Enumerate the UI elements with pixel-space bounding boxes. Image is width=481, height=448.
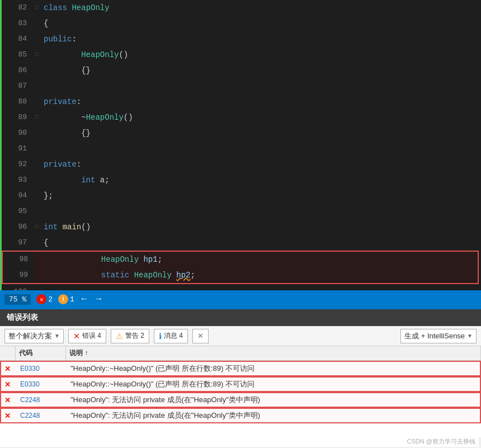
error-filter-button[interactable]: ✕ 错误 4: [68, 329, 106, 343]
error-filter-icon: ✕: [73, 332, 80, 341]
error-row-2[interactable]: ✕C2248"HeapOnly": 无法访问 private 成员(在"Heap…: [0, 392, 481, 408]
line-content-90: {}: [41, 125, 481, 141]
error-row-icon-1: ✕: [1, 378, 17, 391]
line-content-98: HeapOnly hp1;: [43, 252, 478, 267]
line-collapse-91: [32, 141, 41, 157]
line-content-83: {: [41, 16, 481, 31]
error-row-icon-3: ✕: [1, 409, 17, 422]
line-collapse-95: [32, 204, 41, 219]
line-number-89: 89: [2, 110, 32, 125]
line-collapse-99: [34, 267, 43, 283]
line-collapse-96[interactable]: □: [32, 219, 41, 235]
line-content-93: int a;: [41, 172, 481, 188]
line-number-87: 87: [2, 78, 32, 94]
nav-forward-button[interactable]: →: [94, 294, 103, 304]
error-panel: 错误列表 整个解决方案 ▼ ✕ 错误 4 ⚠ 警告 2 ℹ 消息 4 ✕ 生成 …: [0, 308, 481, 448]
error-row-code-2: C2248: [17, 393, 67, 407]
line-collapse-89[interactable]: □: [32, 110, 41, 125]
code-line-98: 98 HeapOnly hp1;: [3, 252, 478, 267]
warning-count-badge: ! 1: [58, 294, 74, 304]
build-dropdown-chevron: ▼: [467, 333, 473, 339]
error-icon: ✕: [36, 294, 46, 304]
line-collapse-98: [34, 252, 43, 267]
code-line-84: 84public:: [2, 31, 481, 47]
error-table: 代码 说明 ↑ ✕E0330"HeapOnly::~HeapOnly()" (已…: [0, 346, 481, 437]
line-number-90: 90: [2, 125, 32, 141]
line-content-85: HeapOnly(): [41, 47, 481, 63]
line-content-89: ~HeapOnly(): [41, 110, 481, 125]
code-editor: 82□class HeapOnly83{84public:85□ HeapOnl…: [0, 0, 481, 290]
line-content-97: {: [41, 235, 481, 251]
line-collapse-84: [32, 31, 41, 47]
code-line-88: 88private:: [2, 94, 481, 110]
line-content-99: static HeapOnly hp2;: [43, 267, 478, 283]
code-line-94: 94};: [2, 188, 481, 204]
error-row-code-0: E0330: [17, 362, 67, 375]
line-content-92: private:: [41, 157, 481, 172]
error-count-badge: ✕ 2: [36, 294, 53, 304]
line-collapse-82[interactable]: □: [32, 0, 41, 16]
warning-filter-button[interactable]: ⚠ 警告 2: [111, 329, 149, 343]
line-number-94: 94: [2, 188, 32, 204]
error-row-1[interactable]: ✕E0330"HeapOnly::~HeapOnly()" (已声明 所在行数:…: [0, 376, 481, 392]
line-content-88: private:: [41, 94, 481, 110]
col-code-header: 代码: [16, 346, 66, 360]
line-content-84: public:: [41, 31, 481, 47]
code-line-83: 83{: [2, 16, 481, 31]
error-row-icon-0: ✕: [1, 362, 17, 375]
code-line-96: 96□int main(): [2, 219, 481, 235]
line-number-100: 100: [2, 284, 32, 290]
line-number-88: 88: [2, 94, 32, 110]
code-line-99: 99 static HeapOnly hp2;: [3, 267, 478, 283]
code-line-92: 92private:: [2, 157, 481, 172]
line-content-94: };: [41, 188, 481, 204]
line-collapse-100: [32, 284, 41, 290]
code-line-89: 89□ ~HeapOnly(): [2, 110, 481, 125]
line-collapse-92: [32, 157, 41, 172]
code-line-95: 95: [2, 204, 481, 219]
line-number-85: 85: [2, 47, 32, 63]
line-collapse-88: [32, 94, 41, 110]
code-line-86: 86 {}: [2, 63, 481, 78]
clear-filter-button[interactable]: ✕: [192, 329, 209, 343]
nav-back-button[interactable]: ←: [80, 294, 89, 304]
line-collapse-97: [32, 235, 41, 251]
clear-filter-icon: ✕: [197, 332, 204, 340]
error-toolbar: 整个解决方案 ▼ ✕ 错误 4 ⚠ 警告 2 ℹ 消息 4 ✕ 生成 + Int…: [0, 326, 481, 346]
error-row-code-1: E0330: [17, 378, 67, 391]
line-collapse-86: [32, 63, 41, 78]
code-line-93: 93 int a;: [2, 172, 481, 188]
line-number-84: 84: [2, 31, 32, 47]
line-number-97: 97: [2, 235, 32, 251]
scope-dropdown[interactable]: 整个解决方案 ▼: [4, 329, 64, 343]
line-collapse-90: [32, 125, 41, 141]
code-line-87: 87: [2, 78, 481, 94]
watermark: CSDN @努力学习去挣钱: [0, 436, 479, 447]
error-row-0[interactable]: ✕E0330"HeapOnly::~HeapOnly()" (已声明 所在行数:…: [0, 361, 481, 376]
line-content-82: class HeapOnly: [41, 0, 481, 16]
line-number-98: 98: [3, 252, 34, 267]
line-collapse-87: [32, 78, 41, 94]
line-number-91: 91: [2, 141, 32, 157]
code-line-85: 85□ HeapOnly(): [2, 47, 481, 63]
error-rows-container: ✕E0330"HeapOnly::~HeapOnly()" (已声明 所在行数:…: [0, 361, 481, 423]
error-row-icon-2: ✕: [1, 393, 17, 407]
info-filter-button[interactable]: ℹ 消息 4: [154, 329, 188, 343]
col-desc-header: 说明 ↑: [66, 346, 481, 360]
error-panel-title: 错误列表: [0, 309, 481, 326]
error-row-desc-3: "HeapOnly": 无法访问 private 成员(在"HeapOnly"类…: [67, 409, 480, 422]
line-collapse-93: [32, 172, 41, 188]
line-number-93: 93: [2, 172, 32, 188]
line-content-87: [41, 78, 481, 94]
code-line-90: 90 {}: [2, 125, 481, 141]
build-dropdown[interactable]: 生成 + IntelliSense ▼: [400, 329, 477, 343]
error-row-3[interactable]: ✕C2248"HeapOnly": 无法访问 private 成员(在"Heap…: [0, 408, 481, 423]
code-line-82: 82□class HeapOnly: [2, 0, 481, 16]
line-content-95: [41, 204, 481, 219]
line-collapse-85[interactable]: □: [32, 47, 41, 63]
line-number-96: 96: [2, 219, 32, 235]
error-row-desc-0: "HeapOnly::~HeapOnly()" (已声明 所在行数:89) 不可…: [67, 362, 480, 375]
line-collapse-83: [32, 16, 41, 31]
zoom-level[interactable]: 75 %: [4, 294, 31, 305]
code-line-97: 97{: [2, 235, 481, 251]
